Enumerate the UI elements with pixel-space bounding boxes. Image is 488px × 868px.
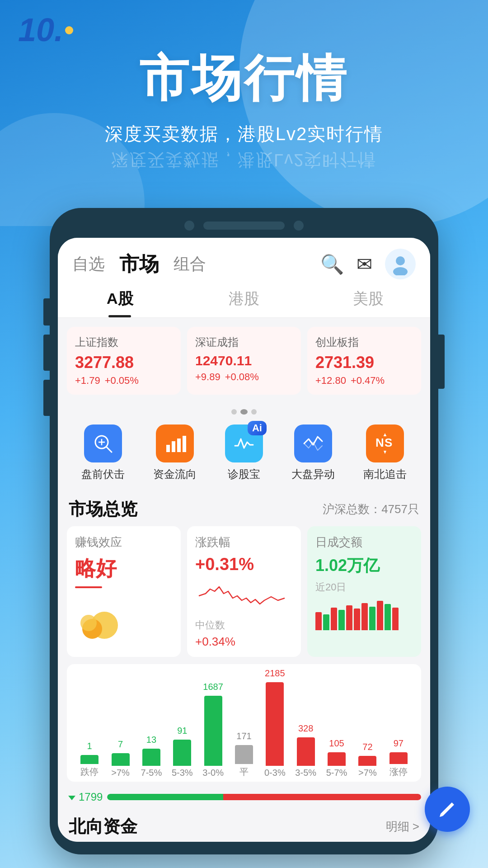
- index-change-shen: +9.89 +0.08%: [195, 371, 293, 383]
- nav-item-zuhe[interactable]: 组合: [174, 253, 206, 275]
- svg-rect-9: [183, 436, 186, 452]
- dist-bar-6: [266, 682, 284, 766]
- tool-icon-dapan: [294, 425, 332, 462]
- north-capital-section: 北向资金 明细 >: [58, 808, 430, 842]
- dist-bar-group-7: 328 3-5%: [291, 723, 321, 782]
- svg-point-0: [396, 256, 405, 265]
- dist-bar-9: [358, 756, 376, 766]
- tool-icon-panqian: [84, 425, 122, 462]
- app-logo: 10.: [18, 14, 73, 46]
- tab-hk-stock[interactable]: 港股: [182, 288, 306, 317]
- dist-bar-group-6: 2185 0-3%: [259, 668, 290, 782]
- card-jiaoe[interactable]: 日成交额 1.02万亿 近20日: [307, 526, 421, 657]
- dist-bar-group-5: 171 平: [229, 731, 259, 782]
- tab-a-stock[interactable]: A股: [58, 288, 182, 317]
- vol-bar-1: [315, 612, 322, 630]
- index-title-chuangye: 创业板指: [315, 335, 413, 349]
- vol-bar-2: [323, 614, 329, 630]
- tool-label-zhengu: 诊股宝: [228, 467, 260, 481]
- svg-rect-7: [172, 441, 175, 452]
- tool-icon-zijin: [156, 425, 194, 462]
- vol-bar-7: [361, 603, 368, 630]
- dist-bar-group-0: 1 跌停: [74, 741, 105, 782]
- phone-button-power: [438, 335, 445, 389]
- market-tabs: A股 港股 美股: [58, 279, 430, 318]
- dist-label-2: 13: [146, 735, 156, 745]
- fab-button[interactable]: [425, 787, 470, 832]
- bottom-progress: 1799: [58, 791, 430, 808]
- carousel-dots: [58, 404, 430, 420]
- north-link[interactable]: 明细 >: [386, 819, 419, 835]
- index-change-shang: +1.79 +0.05%: [75, 375, 173, 387]
- dist-bar-group-10: 97 涨停: [383, 738, 414, 782]
- tool-nanbei[interactable]: N S 南北追击: [363, 425, 407, 481]
- phone-button-mute: [43, 298, 50, 326]
- dist-bar-0: [80, 755, 99, 764]
- mail-icon[interactable]: ✉: [357, 253, 372, 275]
- avatar[interactable]: [385, 249, 416, 279]
- card-zhangdie[interactable]: 涨跌幅 +0.31% 中位数 +0.34%: [187, 526, 301, 657]
- phone-outer: 自选 市场 组合 🔍 ✉ A股: [50, 208, 438, 854]
- tool-panqian[interactable]: 盘前伏击: [81, 425, 125, 481]
- index-title-shang: 上证指数: [75, 335, 173, 349]
- svg-text:S: S: [385, 436, 392, 449]
- svg-rect-6: [166, 445, 170, 452]
- svg-point-1: [393, 267, 408, 275]
- search-icon[interactable]: 🔍: [320, 253, 344, 275]
- svg-text:N: N: [375, 436, 384, 449]
- dist-bottom-3: 5-3%: [172, 768, 193, 782]
- index-title-shen: 深证成指: [195, 335, 293, 349]
- nav-item-zixuan[interactable]: 自选: [72, 253, 105, 275]
- dist-bar-group-8: 105 5-7%: [321, 738, 352, 782]
- ai-label: Ai: [248, 421, 267, 435]
- dist-bar-5: [235, 745, 253, 764]
- zhangdie-chart: [195, 578, 293, 614]
- vol-bar-5: [346, 605, 352, 630]
- tool-dapan[interactable]: 大盘异动: [291, 425, 335, 481]
- card-zhangdie-title: 涨跌幅: [195, 534, 293, 550]
- tool-zhengu[interactable]: Ai 诊股宝: [225, 425, 263, 481]
- dist-label-10: 97: [394, 738, 404, 749]
- dist-bottom-1: >7%: [111, 768, 130, 782]
- phone-screen: 自选 市场 组合 🔍 ✉ A股: [58, 238, 430, 842]
- dist-bottom-10: 涨停: [389, 766, 408, 782]
- phone-button-vol-up: [43, 335, 50, 371]
- vol-bar-4: [338, 610, 345, 630]
- dist-label-6: 2185: [265, 668, 285, 679]
- svg-line-3: [106, 447, 112, 452]
- down-arrow-icon: [67, 792, 77, 802]
- card-qianqian-title: 赚钱效应: [75, 534, 173, 550]
- phone-camera2: [294, 221, 304, 231]
- volume-bars: [315, 599, 413, 630]
- phone-camera: [184, 221, 194, 231]
- header-icons: 🔍 ✉: [320, 249, 416, 279]
- dot-3: [251, 409, 257, 415]
- zhengu-svg: [233, 432, 255, 455]
- dist-bar-3: [173, 740, 191, 766]
- hero-subtitle-mirror: 深度买卖数据，港股Lv2实时行情: [111, 148, 376, 171]
- market-overview-subtitle: 沪深总数：4757只: [323, 501, 419, 517]
- dist-bottom-4: 3-0%: [202, 768, 224, 782]
- north-title: 北向资金: [69, 815, 137, 838]
- dist-label-3: 91: [177, 726, 187, 736]
- index-value-shang: 3277.88: [75, 353, 173, 372]
- index-card-shen[interactable]: 深证成指 12470.11 +9.89 +0.08%: [187, 327, 301, 395]
- dist-bottom-7: 3-5%: [295, 768, 316, 782]
- card-qianqian[interactable]: 赚钱效应 略好: [67, 526, 181, 657]
- index-card-chuangye[interactable]: 创业板指 2731.39 +12.80 +0.47%: [307, 327, 421, 395]
- app-nav: 自选 市场 组合: [72, 251, 206, 278]
- nav-item-shichang[interactable]: 市场: [119, 251, 159, 278]
- nanbei-svg: N S: [374, 432, 396, 455]
- dist-bar-group-2: 13 7-5%: [136, 735, 167, 782]
- tool-zijin[interactable]: 资金流向: [153, 425, 197, 481]
- hero-title: 市场行情: [139, 45, 349, 113]
- progress-fill-green: [107, 794, 223, 800]
- vol-bar-10: [385, 604, 391, 630]
- card-zhangdie-sublabel: 中位数: [195, 618, 293, 632]
- index-card-shang[interactable]: 上证指数 3277.88 +1.79 +0.05%: [67, 327, 181, 395]
- distribution-section: 1 跌停 7 >7% 13 7-5%: [58, 664, 430, 791]
- dist-bar-group-3: 91 5-3%: [167, 726, 197, 782]
- market-cards: 赚钱效应 略好 涨跌幅 +0.31%: [58, 526, 430, 664]
- index-cards: 上证指数 3277.88 +1.79 +0.05% 深证成指 12470.11 …: [58, 318, 430, 404]
- tab-us-stock[interactable]: 美股: [306, 288, 430, 317]
